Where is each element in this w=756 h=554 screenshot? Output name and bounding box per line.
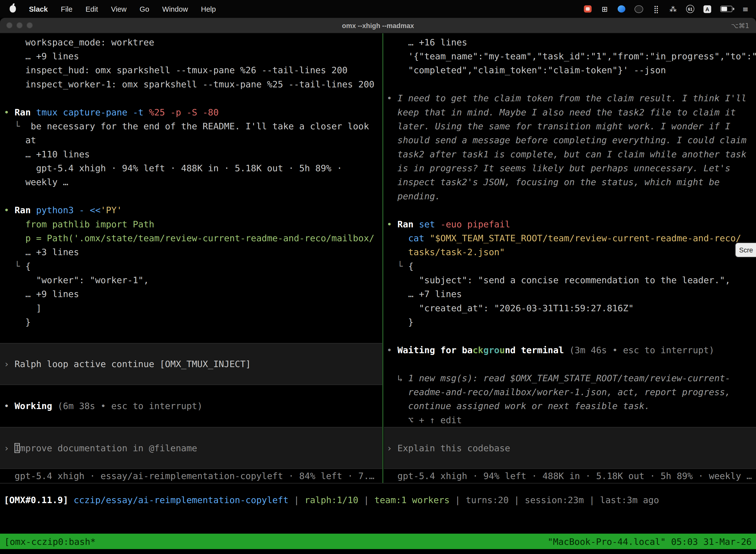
close-button[interactable]: [6, 22, 12, 28]
terminal-line: gpt-5.4 xhigh · essay/ai-reimplementatio…: [0, 469, 382, 483]
terminal-line: cat "$OMX_TEAM_STATE_ROOT/team/review-cu…: [384, 231, 756, 245]
terminal-line: keep that in mind. Maybe I also need the…: [384, 105, 756, 119]
terminal-line: tasks/task-2.json": [384, 245, 756, 259]
terminal-line: [0, 455, 382, 469]
terminal-line: ↳ 1 new msg(s): read $OMX_TEAM_STATE_ROO…: [384, 371, 756, 385]
omx-status-hud: [OMX#0.11.9] cczip/essay/ai-reimplementa…: [4, 493, 752, 507]
terminal-line: └ {: [384, 259, 756, 273]
terminal-line: gpt-5.4 xhigh · 94% left · 488K in · 5.1…: [0, 161, 382, 175]
terminal-line: from pathlib import Path: [0, 217, 382, 231]
terminal-line: inspect_hud: omx sparkshell --tmux-pane …: [0, 63, 382, 77]
terminal-line: should send a message before completing …: [384, 133, 756, 147]
terminal-line: [384, 77, 756, 91]
output-block: gpt-5.4 xhigh · 94% left · 488K in · 5.1…: [384, 469, 756, 483]
tmux-horizontal-border: [0, 483, 756, 484]
terminal-line: [0, 413, 382, 427]
clipped-notification[interactable]: Scre: [735, 243, 756, 257]
tmux-pane-left[interactable]: workspace_mode: worktree … +9 lines insp…: [0, 35, 382, 483]
prompt-band[interactable]: › Improve documentation in @filename: [0, 427, 382, 469]
tmux-status-bar: [omx-cczip0:bash* "MacBook-Pro-44.local"…: [0, 534, 756, 549]
battery-icon[interactable]: [720, 6, 733, 12]
terminal-line: › Explain this codebase: [384, 441, 756, 455]
terminal-line: [0, 385, 382, 399]
menu-bar-status-icons: ⊞⣿⁂61A≡: [584, 5, 756, 13]
terminal-line: › Improve documentation in @filename: [0, 441, 382, 455]
terminal-line: task2 after task1 is complete, but can I…: [384, 147, 756, 161]
menu-edit[interactable]: Edit: [85, 5, 98, 13]
terminal-line: ⌥ + ↑ edit: [384, 413, 756, 427]
menu-view[interactable]: View: [111, 5, 127, 13]
output-block: gpt-5.4 xhigh · essay/ai-reimplementatio…: [0, 469, 382, 483]
keyboard-layout-icon[interactable]: A: [703, 5, 711, 13]
terminal-line: › Ralph loop active continue [OMX_TMUX_I…: [0, 357, 382, 371]
tmux-pane-divider[interactable]: [382, 33, 383, 483]
terminal-line: "subject": "send a concise recommendatio…: [384, 273, 756, 287]
terminal-line: ]: [0, 301, 382, 315]
macos-menu-bar: Slack File Edit View Go Window Help ⊞⣿⁂6…: [0, 0, 756, 18]
terminal-line: └ {: [0, 259, 382, 273]
menu-help[interactable]: Help: [201, 5, 216, 13]
paw-icon[interactable]: ⁂: [669, 5, 677, 13]
tmux-host-clock: "MacBook-Pro-44.local" 05:03 31-Mar-26: [548, 536, 752, 547]
output-block: • Working (6m 38s • esc to interrupt): [0, 385, 382, 427]
terminal-line: "created_at": "2026-03-31T11:59:27.816Z": [384, 301, 756, 315]
terminal-line: later. Using the same for transition mig…: [384, 119, 756, 133]
traffic-lights: [0, 22, 33, 28]
terminal-line: [384, 357, 756, 371]
terminal-line: [0, 91, 382, 105]
terminal-line: … +16 lines: [384, 35, 756, 49]
dark-app-icon[interactable]: [634, 5, 643, 13]
terminal-line: [384, 455, 756, 469]
terminal-line: … +7 lines: [384, 287, 756, 301]
terminal-line: p = Path('.omx/state/team/review-current…: [0, 231, 382, 245]
prompt-band[interactable]: › Ralph loop active continue [OMX_TMUX_I…: [0, 343, 382, 385]
window-shortcut-hint: ⌥⌘1: [731, 21, 749, 29]
terminal-line: • Waiting for background terminal (3m 46…: [384, 343, 756, 357]
terminal-line: }: [384, 315, 756, 329]
terminal-line: └ be necessary for the end of the README…: [0, 119, 382, 133]
active-app-name[interactable]: Slack: [29, 5, 48, 13]
terminal-line: workspace_mode: worktree: [0, 35, 382, 49]
terminal-line: • Ran tmux capture-pane -t %25 -p -S -80: [0, 105, 382, 119]
prompt-band[interactable]: › Explain this codebase: [384, 427, 756, 469]
tmux-pane-right[interactable]: … +16 lines '{"team_name":"my-team","tas…: [384, 35, 756, 483]
terminal-line: [384, 203, 756, 217]
terminal-line: … +110 lines: [0, 147, 382, 161]
terminal-line: inspect_worker-1: omx sparkshell --tmux-…: [0, 77, 382, 91]
window-title-bar[interactable]: omx --xhigh --madmax ⌥⌘1: [0, 18, 756, 33]
terminal-line: • Working (6m 38s • esc to interrupt): [0, 399, 382, 413]
terminal-line: readme-and-reco/mailbox/worker-1.json, a…: [384, 385, 756, 399]
terminal-line: "worker": "worker-1",: [0, 273, 382, 287]
terminal-line: at: [0, 133, 382, 147]
terminal-line: … +9 lines: [0, 49, 382, 63]
dots-grid-icon[interactable]: ⣿: [652, 5, 660, 13]
desktop-screen: Slack File Edit View Go Window Help ⊞⣿⁂6…: [0, 0, 756, 554]
apple-menu-icon[interactable]: [10, 5, 16, 12]
terminal-line: gpt-5.4 xhigh · 94% left · 488K in · 5.1…: [384, 469, 756, 483]
terminal-line: continue assigned work or next feasible …: [384, 399, 756, 413]
terminal-line: [0, 343, 382, 357]
terminal-line: }: [0, 315, 382, 329]
window-title: omx --xhigh --madmax: [0, 21, 756, 29]
terminal-line: [0, 189, 382, 203]
battery-percent-icon[interactable]: 61: [686, 5, 694, 13]
menu-window[interactable]: Window: [162, 5, 188, 13]
terminal-line: [384, 427, 756, 441]
minimize-button[interactable]: [16, 22, 22, 28]
terminal-window: workspace_mode: worktree … +9 lines insp…: [0, 33, 756, 554]
menu-go[interactable]: Go: [140, 5, 149, 13]
blue-app-icon[interactable]: [618, 5, 625, 12]
terminal-line: • Ran set -euo pipefail: [384, 217, 756, 231]
terminal-line: … +9 lines: [0, 287, 382, 301]
terminal-line: inspect task2's JSON, focusing on the st…: [384, 175, 756, 189]
zoom-button[interactable]: [26, 22, 33, 28]
terminal-line: "completed","claim_token":"claim-token"}…: [384, 63, 756, 77]
menu-file[interactable]: File: [61, 5, 72, 13]
menu-bar-left: Slack File Edit View Go Window Help: [0, 5, 216, 13]
terminal-line: [0, 427, 382, 441]
output-block: … +16 lines '{"team_name":"my-team","tas…: [384, 35, 756, 427]
grid-icon[interactable]: ⊞: [601, 5, 609, 13]
screen-recording-icon[interactable]: [584, 5, 591, 12]
menu-lines-icon[interactable]: ≡: [742, 5, 749, 13]
terminal-line: '{"team_name":"my-team","task_id":"1","f…: [384, 49, 756, 63]
